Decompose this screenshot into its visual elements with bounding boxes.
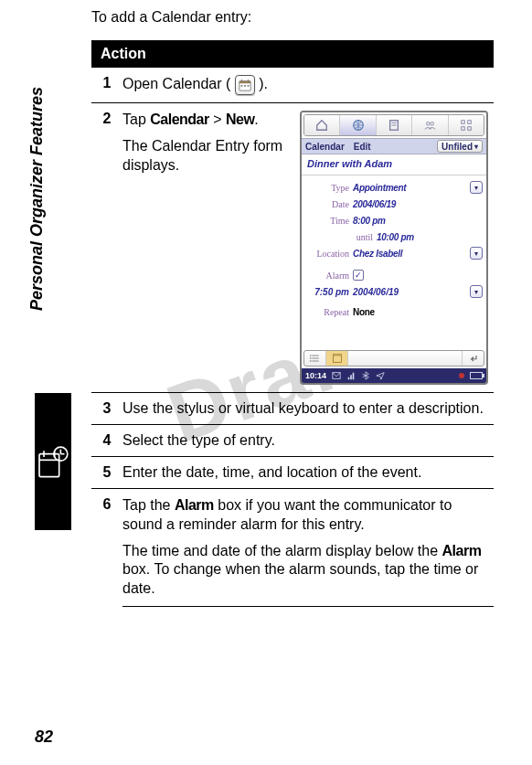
menu-bar: Calendar Edit Unfiled▾ xyxy=(302,138,486,154)
svg-point-19 xyxy=(431,122,434,126)
menu-calendar[interactable]: Calendar xyxy=(305,142,354,152)
list-view-icon[interactable] xyxy=(304,351,326,366)
svg-point-27 xyxy=(310,355,312,356)
step-text: . xyxy=(254,112,258,127)
value-location[interactable]: Chez Isabell xyxy=(353,249,466,259)
table-header: Action xyxy=(91,40,494,68)
step-text: box. To change when the alarm sounds, ta… xyxy=(122,561,478,596)
step-text: ). xyxy=(259,76,268,91)
svg-rect-21 xyxy=(468,121,472,124)
steps-table: Action 1 Open Calendar ( ). 2 Tap Calend… xyxy=(91,40,494,607)
step-row-5: 5 Enter the date, time, and location of … xyxy=(91,457,494,489)
return-icon[interactable] xyxy=(462,351,484,366)
svg-rect-22 xyxy=(462,127,465,131)
menu-ref-calendar: Calendar xyxy=(150,112,208,127)
step-body: Use the stylus or virtual keyboard to en… xyxy=(122,393,494,425)
value-until[interactable]: 10:00 pm xyxy=(377,232,483,242)
chevron-down-icon: ▾ xyxy=(474,143,478,151)
step-number: 4 xyxy=(91,425,122,457)
step-number: 5 xyxy=(91,457,122,489)
svg-rect-11 xyxy=(240,85,242,87)
ui-ref-alarm: Alarm xyxy=(175,497,214,513)
svg-rect-23 xyxy=(468,127,472,131)
svg-rect-13 xyxy=(247,85,249,87)
value-repeat[interactable]: None xyxy=(353,307,483,317)
step-number: 6 xyxy=(91,489,122,607)
step-body: Enter the date, time, and location of th… xyxy=(122,457,494,489)
step-body: Select the type of entry. xyxy=(122,425,494,457)
intro-text: To add a Calendar entry: xyxy=(91,9,495,26)
svg-rect-8 xyxy=(239,81,250,84)
alarm-time[interactable]: 7:50 pm xyxy=(305,287,349,297)
step-number: 3 xyxy=(91,393,122,425)
contacts-icon[interactable] xyxy=(412,115,448,135)
label-alarm: Alarm xyxy=(305,271,349,281)
svg-rect-20 xyxy=(462,121,465,124)
home-icon[interactable] xyxy=(304,115,340,135)
step-row-4: 4 Select the type of entry. xyxy=(91,425,494,457)
value-date[interactable]: 2004/06/19 xyxy=(353,199,483,209)
step-number: 1 xyxy=(91,68,122,103)
svg-point-29 xyxy=(310,360,312,362)
calendar-icon xyxy=(235,75,255,95)
value-type[interactable]: Appointment xyxy=(353,183,466,193)
apps-icon[interactable] xyxy=(449,115,484,135)
step-text: Tap xyxy=(122,112,150,127)
step-text: The time and date of the alarm display b… xyxy=(122,543,442,558)
app-launcher-bar xyxy=(303,114,484,136)
menu-ref-new: New xyxy=(226,112,254,127)
day-view-icon[interactable] xyxy=(326,351,348,366)
step-text: Open Calendar ( xyxy=(122,76,230,91)
step-body: Tap Calendar > New. The Calendar Entry f… xyxy=(122,103,494,393)
svg-rect-12 xyxy=(244,85,246,87)
step-number: 2 xyxy=(91,103,122,393)
chevron-down-icon[interactable]: ▾ xyxy=(470,181,483,194)
note-icon[interactable] xyxy=(377,115,412,135)
airplane-icon xyxy=(376,371,385,380)
alarm-date[interactable]: 2004/06/19 xyxy=(353,287,466,297)
event-description[interactable]: Dinner with Adam xyxy=(302,154,486,175)
step-text: Tap the xyxy=(122,497,175,513)
label-repeat: Repeat xyxy=(305,307,349,317)
view-toolbar xyxy=(303,350,484,367)
step-body: Open Calendar ( ). xyxy=(122,68,494,103)
mail-icon xyxy=(332,371,341,380)
step-row-3: 3 Use the stylus or virtual keyboard to … xyxy=(91,393,494,425)
record-indicator-icon xyxy=(459,373,464,378)
label-time: Time xyxy=(305,216,349,226)
status-time: 10:14 xyxy=(305,371,326,380)
bluetooth-icon xyxy=(361,371,370,380)
svg-point-28 xyxy=(310,357,312,359)
chevron-down-icon[interactable]: ▾ xyxy=(470,285,483,298)
chevron-down-icon[interactable]: ▾ xyxy=(470,247,483,260)
world-icon[interactable] xyxy=(340,115,376,135)
label-until: until xyxy=(305,232,373,242)
step-row-6: 6 Tap the Alarm box if you want the comm… xyxy=(91,489,494,607)
label-location: Location xyxy=(305,249,349,259)
svg-rect-31 xyxy=(333,355,341,356)
step-row-2: 2 Tap Calendar > New. The Calendar Entry… xyxy=(91,103,494,393)
battery-icon xyxy=(470,372,483,379)
status-bar: 10:14 xyxy=(302,368,486,383)
alarm-checkbox[interactable]: ✓ xyxy=(353,270,364,281)
label-type: Type xyxy=(305,183,349,193)
menu-edit[interactable]: Edit xyxy=(354,142,437,152)
step-row-1: 1 Open Calendar ( ). xyxy=(91,68,494,103)
category-dropdown[interactable]: Unfiled▾ xyxy=(437,140,483,153)
device-screenshot: Calendar Edit Unfiled▾ Dinner with Adam … xyxy=(300,111,488,385)
value-time[interactable]: 8:00 pm xyxy=(353,216,483,226)
label-date: Date xyxy=(305,199,349,209)
step-body: Tap the Alarm box if you want the commun… xyxy=(122,489,494,607)
step-text: The Calendar Entry form displays. xyxy=(122,137,293,175)
page-number: 82 xyxy=(35,728,53,747)
ui-ref-alarm: Alarm xyxy=(442,543,482,558)
signal-icon xyxy=(346,371,356,380)
svg-point-18 xyxy=(427,122,431,126)
step-text: > xyxy=(209,112,226,127)
